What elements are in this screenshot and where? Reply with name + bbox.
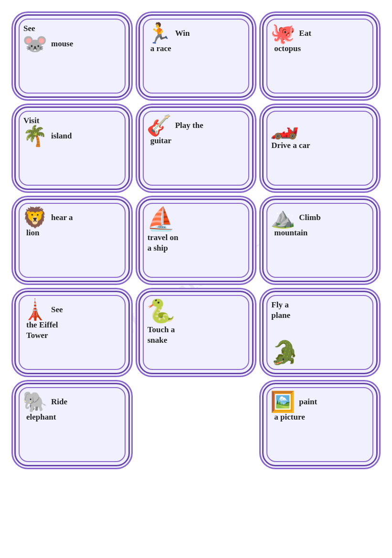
- card-travel-ship: ⛵ travel on a ship: [138, 199, 254, 282]
- card-play-guitar-line2: guitar: [147, 136, 171, 146]
- island-icon: 🌴: [22, 126, 47, 146]
- card-paint-picture: 🖼️ paint a picture: [262, 383, 378, 466]
- card-eiffel-tower-line2: the Eiffel: [22, 320, 58, 330]
- card-paint-picture-line1: paint: [298, 397, 317, 407]
- guitar-icon: 🎸: [147, 116, 171, 136]
- card-touch-snake: 🐍 Touch a snake: [138, 291, 254, 374]
- card-visit-island-line2: island: [50, 131, 72, 141]
- runner-icon: 🏃: [147, 23, 171, 43]
- card-grid: See 🐭 mouse 🏃 Win a race 🐙 Eat octopus V…: [10, 10, 382, 471]
- octopus-icon: 🐙: [270, 23, 295, 43]
- card-travel-ship-line1: travel on: [147, 232, 179, 243]
- snake-icon: 🐍: [147, 300, 175, 323]
- card-paint-picture-line2: a picture: [270, 412, 305, 422]
- card-play-guitar-line1: Play the: [174, 120, 203, 131]
- card-climb-mountain-line2: mountain: [270, 228, 307, 238]
- mouse-icon: 🐭: [22, 34, 47, 54]
- card-visit-island: Visit 🌴 island: [14, 106, 130, 190]
- card-play-guitar: 🎸 Play the guitar: [138, 106, 254, 190]
- card-travel-ship-line2: a ship: [147, 243, 168, 253]
- card-eiffel-tower-line3: Tower: [22, 330, 48, 341]
- plane-crocodile-icon: 🐊: [270, 341, 299, 364]
- card-hear-lion-line2: lion: [22, 228, 39, 238]
- card-fly-plane-line1: Fly a: [270, 300, 288, 310]
- card-ride-elephant: 🐘 Ride elephant: [14, 383, 130, 466]
- lion-icon: 🦁: [22, 208, 47, 228]
- card-touch-snake-line1: Touch a: [147, 325, 175, 335]
- painting-icon: 🖼️: [270, 392, 295, 412]
- card-see-mouse-line1: See: [22, 23, 35, 34]
- card-eat-octopus: 🐙 Eat octopus: [262, 14, 378, 98]
- card-ride-elephant-line2: elephant: [22, 412, 56, 422]
- card-see-mouse: See 🐭 mouse: [14, 14, 130, 98]
- card-see-mouse-line2: mouse: [50, 39, 73, 49]
- eiffel-tower-icon: 🗼: [22, 300, 47, 320]
- card-hear-lion-line1: hear a: [50, 212, 73, 223]
- card-visit-island-line1: Visit: [22, 116, 39, 126]
- ship-icon: ⛵: [147, 208, 175, 231]
- card-win-race-line2: a race: [147, 43, 171, 54]
- mountain-icon: ⛰️: [270, 208, 295, 228]
- card-win-race-line1: Win: [174, 28, 190, 39]
- card-drive-car-line1: Drive a car: [270, 140, 310, 151]
- elephant-icon: 🐘: [22, 392, 47, 412]
- card-fly-plane-line2: plane: [270, 310, 290, 321]
- card-touch-snake-line3: snake: [147, 335, 168, 346]
- card-eiffel-tower: 🗼 See the Eiffel Tower: [14, 291, 130, 374]
- card-eat-octopus-line1: Eat: [298, 28, 311, 39]
- card-climb-mountain-line1: Climb: [298, 212, 320, 223]
- card-ride-elephant-line1: Ride: [50, 397, 67, 407]
- card-climb-mountain: ⛰️ Climb mountain: [262, 199, 378, 282]
- card-win-race: 🏃 Win a race: [138, 14, 254, 98]
- card-eiffel-tower-line1: See: [50, 305, 63, 315]
- card-fly-plane: Fly a plane 🐊: [262, 291, 378, 374]
- car-icon: 🏎️: [270, 116, 299, 138]
- card-drive-car: 🏎️ Drive a car: [262, 106, 378, 190]
- card-eat-octopus-line2: octopus: [270, 43, 301, 54]
- card-hear-lion: 🦁 hear a lion: [14, 199, 130, 282]
